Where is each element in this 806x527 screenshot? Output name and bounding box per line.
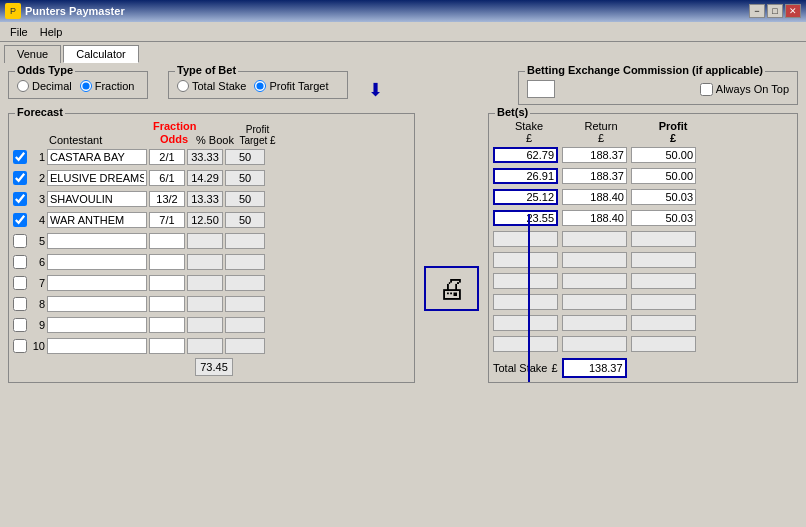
maximize-button[interactable]: □ — [767, 4, 783, 18]
bet-row-6-return[interactable] — [562, 252, 627, 268]
bet-row-7-stake[interactable] — [493, 273, 558, 289]
row-10-fraction[interactable] — [149, 338, 185, 354]
row-2-pbook[interactable] — [187, 170, 223, 186]
row-1-profit-target[interactable] — [225, 149, 265, 165]
bet-row-4-stake[interactable] — [493, 210, 558, 226]
row-4-checkbox[interactable] — [13, 213, 27, 227]
row-6-contestant[interactable] — [47, 254, 147, 270]
bet-row-5-profit[interactable] — [631, 231, 696, 247]
row-9-profit-target[interactable] — [225, 317, 265, 333]
bet-row-8-stake[interactable] — [493, 294, 558, 310]
bet-row-9-stake[interactable] — [493, 315, 558, 331]
bet-row-10-profit[interactable] — [631, 336, 696, 352]
row-3-checkbox[interactable] — [13, 192, 27, 206]
row-10-pbook[interactable] — [187, 338, 223, 354]
row-8-fraction[interactable] — [149, 296, 185, 312]
bet-row-10-stake[interactable] — [493, 336, 558, 352]
row-5-profit-target[interactable] — [225, 233, 265, 249]
printer-icon-box[interactable]: 🖨 — [424, 266, 479, 311]
bet-row-1-profit[interactable] — [631, 147, 696, 163]
decimal-option[interactable]: Decimal — [17, 80, 72, 92]
always-on-top-option[interactable]: Always On Top — [700, 83, 789, 96]
bet-row-3-profit[interactable] — [631, 189, 696, 205]
close-button[interactable]: ✕ — [785, 4, 801, 18]
row-3-contestant[interactable] — [47, 191, 147, 207]
row-2-profit-target[interactable] — [225, 170, 265, 186]
bet-row-6-profit[interactable] — [631, 252, 696, 268]
row-7-fraction[interactable] — [149, 275, 185, 291]
total-stake-input[interactable] — [562, 358, 627, 378]
row-2-fraction[interactable] — [149, 170, 185, 186]
bet-row-8-return[interactable] — [562, 294, 627, 310]
decimal-radio[interactable] — [17, 80, 29, 92]
row-4-profit-target[interactable] — [225, 212, 265, 228]
row-2-checkbox[interactable] — [13, 171, 27, 185]
row-4-pbook[interactable] — [187, 212, 223, 228]
row-4-fraction[interactable] — [149, 212, 185, 228]
total-stake-radio[interactable] — [177, 80, 189, 92]
menu-file[interactable]: File — [4, 25, 34, 39]
row-9-fraction[interactable] — [149, 317, 185, 333]
pbook-total-input[interactable] — [195, 358, 233, 376]
row-3-pbook[interactable] — [187, 191, 223, 207]
bet-row-5-stake[interactable] — [493, 231, 558, 247]
row-8-pbook[interactable] — [187, 296, 223, 312]
row-10-checkbox[interactable] — [13, 339, 27, 353]
commission-input[interactable] — [527, 80, 555, 98]
minimize-button[interactable]: − — [749, 4, 765, 18]
row-6-pbook[interactable] — [187, 254, 223, 270]
tab-venue[interactable]: Venue — [4, 45, 61, 63]
row-6-fraction[interactable] — [149, 254, 185, 270]
tab-calculator[interactable]: Calculator — [63, 45, 139, 63]
bet-row-2-profit[interactable] — [631, 168, 696, 184]
row-5-contestant[interactable] — [47, 233, 147, 249]
row-8-contestant[interactable] — [47, 296, 147, 312]
bet-row-7-return[interactable] — [562, 273, 627, 289]
total-stake-option[interactable]: Total Stake — [177, 80, 246, 92]
row-8-checkbox[interactable] — [13, 297, 27, 311]
bet-row-6-stake[interactable] — [493, 252, 558, 268]
row-1-pbook[interactable] — [187, 149, 223, 165]
menu-help[interactable]: Help — [34, 25, 69, 39]
row-2-contestant[interactable] — [47, 170, 147, 186]
bet-row-9-return[interactable] — [562, 315, 627, 331]
row-7-contestant[interactable] — [47, 275, 147, 291]
row-8-profit-target[interactable] — [225, 296, 265, 312]
bet-row-4-profit[interactable] — [631, 210, 696, 226]
row-4-contestant[interactable] — [47, 212, 147, 228]
row-5-pbook[interactable] — [187, 233, 223, 249]
profit-target-radio[interactable] — [254, 80, 266, 92]
row-1-contestant[interactable] — [47, 149, 147, 165]
bet-row-3-return[interactable] — [562, 189, 627, 205]
row-7-checkbox[interactable] — [13, 276, 27, 290]
bet-row-9-profit[interactable] — [631, 315, 696, 331]
bet-row-5-return[interactable] — [562, 231, 627, 247]
bet-row-1-return[interactable] — [562, 147, 627, 163]
row-5-fraction[interactable] — [149, 233, 185, 249]
bet-row-7-profit[interactable] — [631, 273, 696, 289]
bet-row-2-stake[interactable] — [493, 168, 558, 184]
row-10-profit-target[interactable] — [225, 338, 265, 354]
profit-target-option[interactable]: Profit Target — [254, 80, 328, 92]
row-10-contestant[interactable] — [47, 338, 147, 354]
fraction-option[interactable]: Fraction — [80, 80, 135, 92]
row-6-checkbox[interactable] — [13, 255, 27, 269]
row-7-pbook[interactable] — [187, 275, 223, 291]
row-9-checkbox[interactable] — [13, 318, 27, 332]
row-5-checkbox[interactable] — [13, 234, 27, 248]
bet-row-3-stake[interactable] — [493, 189, 558, 205]
always-on-top-checkbox[interactable] — [700, 83, 713, 96]
row-9-pbook[interactable] — [187, 317, 223, 333]
row-6-profit-target[interactable] — [225, 254, 265, 270]
bet-row-2-return[interactable] — [562, 168, 627, 184]
bet-row-4-return[interactable] — [562, 210, 627, 226]
bet-row-1-stake[interactable] — [493, 147, 558, 163]
row-3-fraction[interactable] — [149, 191, 185, 207]
row-1-checkbox[interactable] — [13, 150, 27, 164]
row-9-contestant[interactable] — [47, 317, 147, 333]
fraction-radio[interactable] — [80, 80, 92, 92]
bet-row-10-return[interactable] — [562, 336, 627, 352]
row-7-profit-target[interactable] — [225, 275, 265, 291]
bet-row-8-profit[interactable] — [631, 294, 696, 310]
row-1-fraction[interactable] — [149, 149, 185, 165]
